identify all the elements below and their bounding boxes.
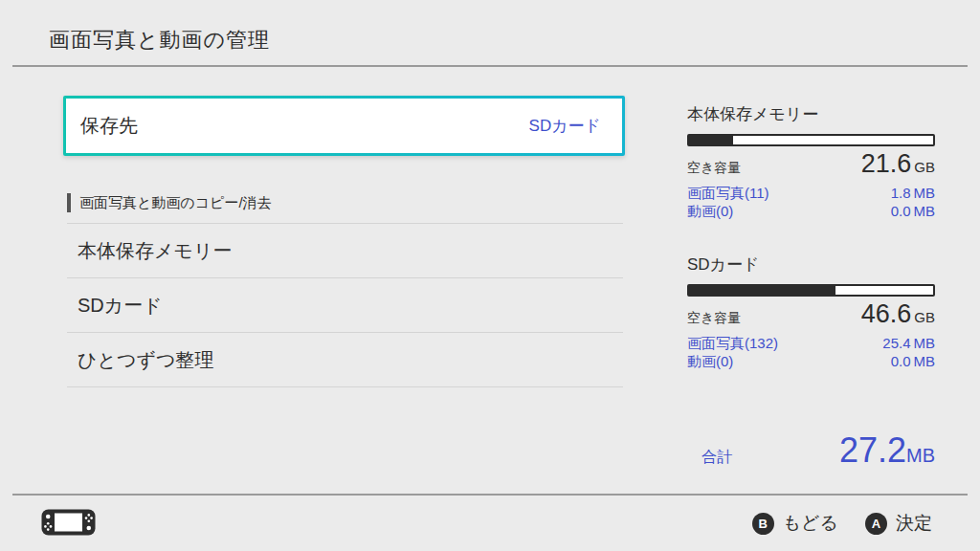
breakdown-unit: MB bbox=[914, 185, 936, 201]
back-hint[interactable]: B もどる bbox=[752, 511, 838, 536]
free-space-value: 21.6 bbox=[861, 149, 912, 178]
storage-usage-bar bbox=[687, 134, 935, 146]
breakdown-label: 画面写真(132) bbox=[687, 334, 778, 352]
breakdown-value: 0.0 bbox=[891, 203, 911, 219]
save-destination-label: 保存先 bbox=[80, 113, 138, 139]
free-space-row: 空き容量 21.6GB bbox=[687, 149, 935, 179]
storage-usage-bar-fill bbox=[689, 286, 835, 295]
storage-info-panel: 本体保存メモリー 空き容量 21.6GB 画面写真(11) 1.8MB 動画(0… bbox=[687, 103, 935, 370]
b-button-icon: B bbox=[752, 513, 774, 535]
storage-usage-bar bbox=[687, 284, 935, 297]
free-space-label: 空き容量 bbox=[687, 310, 741, 327]
free-space-row: 空き容量 46.6GB bbox=[687, 299, 935, 329]
menu-item-label: SDカード bbox=[78, 293, 163, 319]
screenshot-video-management-screen: 画面写真と動画の管理 保存先 SDカード 画面写真と動画のコピー/消去 本体保存… bbox=[0, 0, 980, 551]
breakdown-row-videos: 動画(0) 0.0MB bbox=[687, 352, 935, 370]
breakdown-unit: MB bbox=[914, 203, 936, 219]
menu-item-system-memory[interactable]: 本体保存メモリー bbox=[67, 224, 623, 278]
header-divider bbox=[12, 65, 968, 67]
total-size-row: 合計 27.2MB bbox=[687, 430, 935, 471]
save-destination-value: SDカード bbox=[529, 115, 601, 137]
breakdown-row-videos: 動画(0) 0.0MB bbox=[687, 202, 935, 220]
menu-item-sd-card[interactable]: SDカード bbox=[67, 278, 623, 333]
breakdown-value-group: 1.8MB bbox=[891, 184, 935, 202]
free-space-unit: GB bbox=[914, 309, 935, 325]
menu-item-label: ひとつずつ整理 bbox=[78, 347, 213, 373]
breakdown-unit: MB bbox=[914, 335, 936, 351]
free-space-value-group: 21.6GB bbox=[861, 149, 935, 179]
copy-erase-menu: 本体保存メモリー SDカード ひとつずつ整理 bbox=[67, 223, 623, 387]
save-destination-row-inner: 保存先 SDカード bbox=[66, 99, 622, 153]
menu-item-manage-individually[interactable]: ひとつずつ整理 bbox=[67, 333, 623, 387]
confirm-hint[interactable]: A 決定 bbox=[865, 511, 932, 536]
total-unit: MB bbox=[906, 445, 935, 466]
copy-erase-section-header: 画面写真と動画のコピー/消去 bbox=[67, 193, 272, 212]
breakdown-value: 0.0 bbox=[891, 353, 911, 369]
storage-breakdown: 画面写真(132) 25.4MB 動画(0) 0.0MB bbox=[687, 334, 935, 370]
free-space-value-group: 46.6GB bbox=[861, 299, 935, 329]
storage-usage-bar-fill bbox=[689, 136, 733, 144]
breakdown-value-group: 0.0MB bbox=[891, 352, 935, 370]
a-button-icon: A bbox=[865, 513, 887, 535]
save-destination-row[interactable]: 保存先 SDカード bbox=[63, 96, 625, 156]
page-title: 画面写真と動画の管理 bbox=[49, 26, 270, 55]
total-value-group: 27.2MB bbox=[839, 430, 935, 471]
storage-name: SDカード bbox=[687, 253, 935, 276]
breakdown-row-screenshots: 画面写真(132) 25.4MB bbox=[687, 334, 935, 352]
total-value: 27.2 bbox=[839, 430, 906, 470]
breakdown-row-screenshots: 画面写真(11) 1.8MB bbox=[687, 184, 935, 202]
total-label: 合計 bbox=[702, 448, 732, 468]
storage-block-system-memory: 本体保存メモリー 空き容量 21.6GB 画面写真(11) 1.8MB 動画(0… bbox=[687, 103, 935, 220]
storage-block-sd-card: SDカード 空き容量 46.6GB 画面写真(132) 25.4MB 動画(0)… bbox=[687, 253, 935, 370]
button-hints: B もどる A 決定 bbox=[752, 511, 932, 536]
menu-item-label: 本体保存メモリー bbox=[78, 238, 232, 264]
breakdown-value-group: 0.0MB bbox=[891, 202, 935, 220]
storage-name: 本体保存メモリー bbox=[687, 103, 935, 125]
breakdown-label: 画面写真(11) bbox=[687, 184, 769, 202]
breakdown-label: 動画(0) bbox=[687, 352, 733, 370]
free-space-unit: GB bbox=[914, 159, 935, 175]
back-hint-label: もどる bbox=[783, 511, 838, 536]
section-marker-bar bbox=[67, 193, 71, 212]
switch-handheld-icon bbox=[41, 509, 96, 536]
breakdown-value: 1.8 bbox=[891, 185, 911, 201]
free-space-label: 空き容量 bbox=[687, 160, 741, 177]
breakdown-label: 動画(0) bbox=[687, 202, 733, 220]
confirm-hint-label: 決定 bbox=[896, 511, 932, 536]
copy-erase-section-title: 画面写真と動画のコピー/消去 bbox=[79, 194, 272, 212]
footer-divider bbox=[12, 494, 968, 496]
storage-breakdown: 画面写真(11) 1.8MB 動画(0) 0.0MB bbox=[687, 184, 935, 220]
breakdown-value-group: 25.4MB bbox=[882, 334, 935, 352]
breakdown-unit: MB bbox=[914, 353, 936, 369]
breakdown-value: 25.4 bbox=[882, 335, 910, 351]
free-space-value: 46.6 bbox=[861, 299, 912, 328]
